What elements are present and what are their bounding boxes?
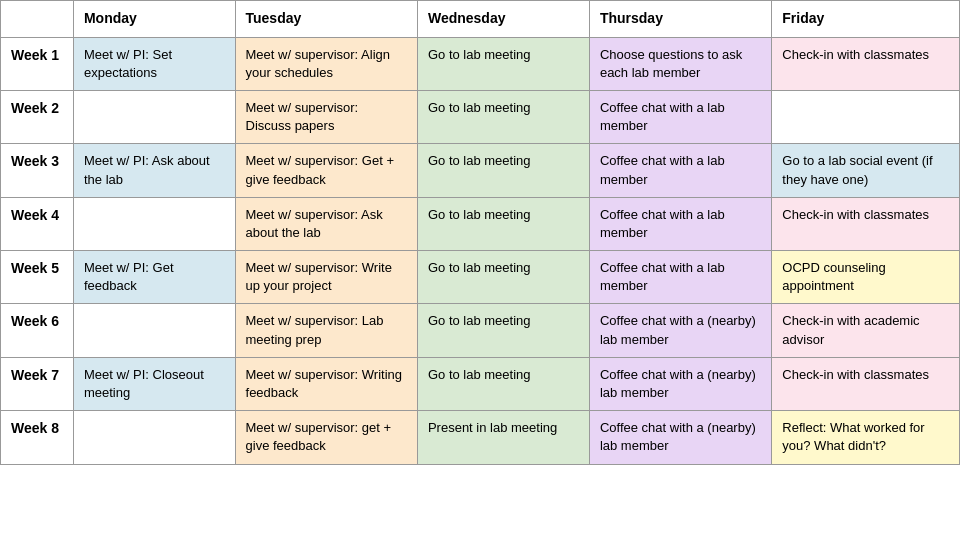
cell-friday-week4: Check-in with classmates <box>772 197 960 250</box>
cell-tuesday-week6: Meet w/ supervisor: Lab meeting prep <box>235 304 417 357</box>
cell-tuesday-week8: Meet w/ supervisor: get + give feedback <box>235 411 417 464</box>
cell-friday-week2 <box>772 90 960 143</box>
header-thursday: Thursday <box>589 1 771 38</box>
table-row: Week 7Meet w/ PI: Closeout meetingMeet w… <box>1 357 960 410</box>
week-label: Week 6 <box>1 304 74 357</box>
cell-monday-week5: Meet w/ PI: Get feedback <box>73 251 235 304</box>
cell-friday-week5: OCPD counseling appointment <box>772 251 960 304</box>
cell-monday-week4 <box>73 197 235 250</box>
cell-tuesday-week5: Meet w/ supervisor: Write up your projec… <box>235 251 417 304</box>
table-row: Week 5Meet w/ PI: Get feedbackMeet w/ su… <box>1 251 960 304</box>
cell-wednesday-week6: Go to lab meeting <box>417 304 589 357</box>
cell-friday-week1: Check-in with classmates <box>772 37 960 90</box>
cell-thursday-week2: Coffee chat with a lab member <box>589 90 771 143</box>
cell-friday-week8: Reflect: What worked for you? What didn'… <box>772 411 960 464</box>
cell-thursday-week3: Coffee chat with a lab member <box>589 144 771 197</box>
header-wednesday: Wednesday <box>417 1 589 38</box>
week-label: Week 7 <box>1 357 74 410</box>
cell-monday-week2 <box>73 90 235 143</box>
cell-wednesday-week4: Go to lab meeting <box>417 197 589 250</box>
cell-tuesday-week7: Meet w/ supervisor: Writing feedback <box>235 357 417 410</box>
cell-tuesday-week3: Meet w/ supervisor: Get + give feedback <box>235 144 417 197</box>
week-label: Week 5 <box>1 251 74 304</box>
cell-friday-week6: Check-in with academic advisor <box>772 304 960 357</box>
cell-wednesday-week1: Go to lab meeting <box>417 37 589 90</box>
week-label: Week 8 <box>1 411 74 464</box>
week-label: Week 4 <box>1 197 74 250</box>
table-row: Week 3Meet w/ PI: Ask about the labMeet … <box>1 144 960 197</box>
table-row: Week 8Meet w/ supervisor: get + give fee… <box>1 411 960 464</box>
header-friday: Friday <box>772 1 960 38</box>
cell-monday-week7: Meet w/ PI: Closeout meeting <box>73 357 235 410</box>
cell-thursday-week8: Coffee chat with a (nearby) lab member <box>589 411 771 464</box>
table-row: Week 6Meet w/ supervisor: Lab meeting pr… <box>1 304 960 357</box>
cell-wednesday-week2: Go to lab meeting <box>417 90 589 143</box>
cell-thursday-week6: Coffee chat with a (nearby) lab member <box>589 304 771 357</box>
header-monday: Monday <box>73 1 235 38</box>
table-row: Week 4Meet w/ supervisor: Ask about the … <box>1 197 960 250</box>
cell-thursday-week4: Coffee chat with a lab member <box>589 197 771 250</box>
cell-monday-week6 <box>73 304 235 357</box>
cell-thursday-week7: Coffee chat with a (nearby) lab member <box>589 357 771 410</box>
table-row: Week 2Meet w/ supervisor: Discuss papers… <box>1 90 960 143</box>
cell-wednesday-week5: Go to lab meeting <box>417 251 589 304</box>
header-tuesday: Tuesday <box>235 1 417 38</box>
cell-monday-week8 <box>73 411 235 464</box>
schedule-table: Monday Tuesday Wednesday Thursday Friday… <box>0 0 960 465</box>
cell-tuesday-week1: Meet w/ supervisor: Align your schedules <box>235 37 417 90</box>
cell-friday-week7: Check-in with classmates <box>772 357 960 410</box>
week-label: Week 1 <box>1 37 74 90</box>
header-week <box>1 1 74 38</box>
week-label: Week 3 <box>1 144 74 197</box>
cell-thursday-week5: Coffee chat with a lab member <box>589 251 771 304</box>
cell-tuesday-week4: Meet w/ supervisor: Ask about the lab <box>235 197 417 250</box>
week-label: Week 2 <box>1 90 74 143</box>
table-row: Week 1Meet w/ PI: Set expectationsMeet w… <box>1 37 960 90</box>
cell-thursday-week1: Choose questions to ask each lab member <box>589 37 771 90</box>
cell-wednesday-week7: Go to lab meeting <box>417 357 589 410</box>
cell-friday-week3: Go to a lab social event (if they have o… <box>772 144 960 197</box>
cell-monday-week3: Meet w/ PI: Ask about the lab <box>73 144 235 197</box>
cell-monday-week1: Meet w/ PI: Set expectations <box>73 37 235 90</box>
cell-wednesday-week8: Present in lab meeting <box>417 411 589 464</box>
cell-tuesday-week2: Meet w/ supervisor: Discuss papers <box>235 90 417 143</box>
cell-wednesday-week3: Go to lab meeting <box>417 144 589 197</box>
